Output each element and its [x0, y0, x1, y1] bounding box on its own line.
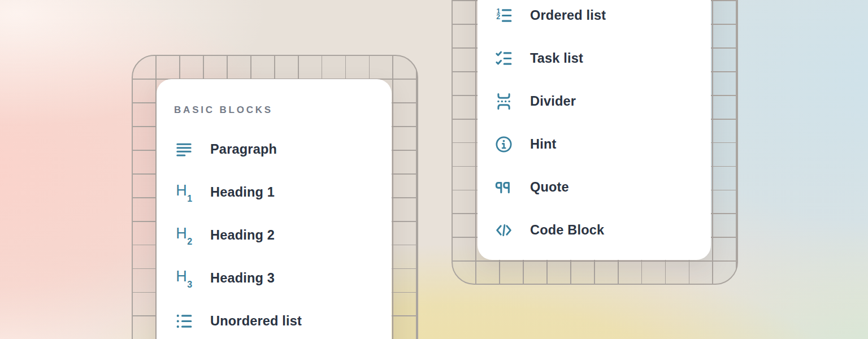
heading-2-icon: H2 — [174, 225, 193, 245]
basic-blocks-item-list: ParagraphH1Heading 1H2Heading 2H3Heading… — [174, 138, 392, 332]
divider-icon — [494, 92, 513, 111]
menu-item-label: Hint — [530, 137, 556, 152]
section-label: BASIC BLOCKS — [174, 104, 392, 116]
menu-item-hint[interactable]: Hint — [494, 133, 711, 155]
menu-item-label: Unordered list — [210, 314, 302, 329]
menu-item-heading-1[interactable]: H1Heading 1 — [174, 181, 392, 203]
menu-item-label: Paragraph — [210, 142, 277, 157]
menu-item-label: Task list — [530, 51, 583, 66]
basic-blocks-menu: BASIC BLOCKS ParagraphH1Heading 1H2Headi… — [157, 79, 392, 339]
menu-item-heading-3[interactable]: H3Heading 3 — [174, 267, 392, 289]
menu-item-heading-2[interactable]: H2Heading 2 — [174, 224, 392, 246]
menu-item-code-block[interactable]: Code Block — [494, 219, 711, 241]
menu-item-label: Code Block — [530, 223, 604, 238]
menu-item-label: Heading 3 — [210, 271, 275, 286]
hero-background: BASIC BLOCKS ParagraphH1Heading 1H2Headi… — [0, 0, 868, 339]
menu-item-label: Ordered list — [530, 8, 606, 23]
menu-item-divider[interactable]: Divider — [494, 90, 711, 112]
menu-item-label: Quote — [530, 180, 569, 195]
hint-icon — [494, 134, 513, 154]
quote-icon — [494, 177, 513, 197]
task-list-icon — [494, 49, 513, 68]
paragraph-icon — [174, 140, 193, 159]
menu-item-label: Heading 2 — [210, 228, 275, 243]
unordered-list-icon — [174, 311, 193, 331]
menu-item-paragraph[interactable]: Paragraph — [174, 138, 392, 160]
heading-3-icon: H3 — [174, 268, 193, 288]
menu-item-label: Divider — [530, 94, 576, 109]
menu-item-quote[interactable]: Quote — [494, 176, 711, 198]
menu-item-unordered-list[interactable]: Unordered list — [174, 310, 392, 332]
menu-item-task-list[interactable]: Task list — [494, 47, 711, 69]
heading-1-icon: H1 — [174, 182, 193, 202]
advanced-blocks-menu: 12Ordered listTask listDividerHintQuoteC… — [478, 0, 711, 260]
svg-text:2: 2 — [496, 12, 500, 20]
code-block-icon — [494, 220, 513, 240]
menu-item-ordered-list[interactable]: 12Ordered list — [494, 5, 711, 26]
advanced-blocks-item-list: 12Ordered listTask listDividerHintQuoteC… — [494, 5, 711, 241]
menu-item-label: Heading 1 — [210, 185, 275, 200]
ordered-list-icon: 12 — [494, 6, 513, 25]
